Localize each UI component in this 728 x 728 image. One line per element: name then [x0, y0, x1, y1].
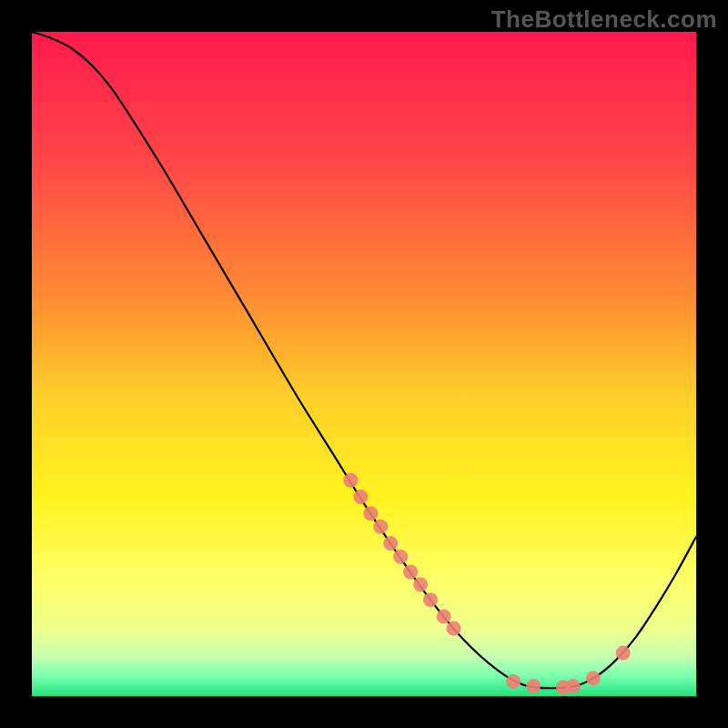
data-marker: [423, 592, 438, 607]
data-marker: [403, 564, 418, 579]
data-marker: [566, 679, 581, 693]
data-marker: [363, 506, 378, 521]
data-marker: [383, 536, 398, 551]
data-marker: [343, 473, 358, 488]
data-marker: [526, 679, 541, 693]
data-marker: [506, 674, 521, 689]
data-marker: [393, 550, 408, 564]
data-marker: [437, 609, 451, 623]
plot-area: [32, 32, 696, 696]
gradient-background: [32, 32, 696, 696]
data-marker: [616, 646, 631, 661]
data-marker: [373, 520, 388, 534]
data-marker: [353, 490, 368, 504]
watermark-text: TheBottleneck.com: [491, 5, 717, 34]
data-marker: [447, 622, 461, 636]
chart-svg: [32, 32, 696, 696]
chart-frame: TheBottleneck.com: [0, 0, 728, 728]
data-marker: [413, 577, 428, 592]
data-marker: [586, 671, 601, 685]
